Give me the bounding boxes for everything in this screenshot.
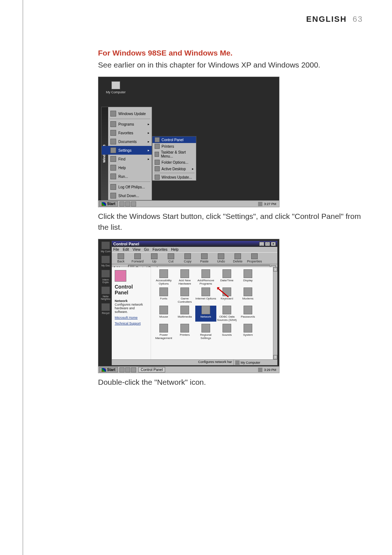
my-computer-label: My Computer <box>105 90 127 94</box>
submenu-printers[interactable]: Printers <box>152 143 196 150</box>
cp-accessibility[interactable]: Accessibility Options <box>153 269 174 285</box>
minimize-button[interactable]: _ <box>259 242 264 246</box>
menu-windows-update[interactable]: Windows Update <box>102 107 152 118</box>
start-button[interactable]: Start <box>99 367 118 372</box>
cp-date-time[interactable]: Date/Time <box>216 269 237 285</box>
quicklaunch-icon[interactable] <box>131 201 136 207</box>
tool-cut[interactable]: Cut <box>163 253 179 263</box>
logoff-icon <box>110 184 116 190</box>
system-tray: 3:27 PM <box>257 202 279 206</box>
quicklaunch-icon[interactable] <box>131 367 136 372</box>
update-icon <box>110 111 116 117</box>
cp-modems[interactable]: Modems <box>237 287 258 303</box>
menu-help[interactable]: Help <box>171 248 179 252</box>
scrollbar[interactable]: ▴ ▾ <box>273 267 277 359</box>
tool-undo[interactable]: Undo <box>213 253 229 263</box>
paste-icon <box>201 253 208 259</box>
cp-regional[interactable]: Regional Settings <box>195 324 216 340</box>
cp-multimedia[interactable]: Multimedia <box>174 306 195 322</box>
quicklaunch-icon[interactable] <box>125 201 130 207</box>
menu-view[interactable]: View <box>132 248 140 252</box>
cp-printers[interactable]: Printers <box>174 324 195 340</box>
tool-delete[interactable]: Delete <box>229 253 246 263</box>
menu-favorites[interactable]: Favorites▸ <box>102 128 152 137</box>
cp-display[interactable]: Display <box>237 269 258 285</box>
cp-passwords[interactable]: Passwords <box>237 306 258 322</box>
cp-game[interactable]: Game Controllers <box>174 287 195 303</box>
clock: 3:27 PM <box>264 202 276 206</box>
tool-back[interactable]: Back <box>113 253 129 263</box>
menu-documents[interactable]: Documents▸ <box>102 137 152 146</box>
addremove-icon <box>201 269 210 278</box>
cp-sounds[interactable]: Sounds <box>216 324 237 340</box>
tool-copy[interactable]: Copy <box>179 253 196 263</box>
tool-paste[interactable]: Paste <box>196 253 213 263</box>
desktop-icon[interactable] <box>101 270 110 278</box>
cp-internet[interactable]: Internet Options <box>195 287 216 303</box>
close-button[interactable]: × <box>271 242 276 246</box>
tool-forward[interactable]: Forward <box>129 253 146 263</box>
modems-icon <box>244 287 252 296</box>
maximize-button[interactable]: □ <box>265 242 270 246</box>
cp-network[interactable]: Network <box>195 306 216 322</box>
menu-help[interactable]: Help <box>102 163 152 172</box>
menu-separator <box>110 119 150 119</box>
game-icon <box>180 287 189 296</box>
mouse-icon <box>159 306 168 314</box>
chevron-right-icon: ▸ <box>148 131 150 135</box>
quick-launch <box>119 201 137 207</box>
menu-logoff[interactable]: Log Off Philips... <box>102 183 152 191</box>
titlebar[interactable]: Control Panel _ □ × <box>112 241 277 247</box>
chevron-right-icon: ▸ <box>148 157 150 161</box>
submenu-taskbar[interactable]: Taskbar & Start Menu... <box>152 150 196 159</box>
tool-properties[interactable]: Properties <box>246 253 263 263</box>
my-computer-icon[interactable]: My Computer <box>105 81 127 94</box>
menu-programs[interactable]: Programs▸ <box>102 120 152 128</box>
link-ms-home[interactable]: Microsoft Home <box>115 316 148 319</box>
tray-icon[interactable] <box>258 202 262 206</box>
side-description: Network Configures network hardware and … <box>115 299 148 314</box>
submenu-active-desktop[interactable]: Active Desktop▸ <box>152 166 196 172</box>
help-icon <box>110 165 116 171</box>
clock: 3:29 PM <box>264 368 276 372</box>
shutdown-icon <box>110 193 116 199</box>
icon-grid: Accessibility Options Add New Hardware A… <box>151 267 277 359</box>
toolbar: Back Forward Up Cut Copy Paste Undo Dele… <box>112 252 277 264</box>
submenu-windows-update[interactable]: Windows Update... <box>152 174 196 180</box>
menu-go[interactable]: Go <box>144 248 149 252</box>
menu-favorites[interactable]: Favorites <box>152 248 167 252</box>
menu-file[interactable]: File <box>113 248 119 252</box>
desktop-icon[interactable] <box>101 241 110 249</box>
scroll-up-icon[interactable]: ▴ <box>273 267 277 272</box>
tray-icon[interactable] <box>258 368 262 372</box>
start-button[interactable]: Start <box>99 201 118 207</box>
submenu-folder-options[interactable]: Folder Options... <box>152 159 196 166</box>
quicklaunch-icon[interactable] <box>119 201 124 207</box>
menu-edit[interactable]: Edit <box>123 248 129 252</box>
regional-icon <box>201 324 210 332</box>
cp-system[interactable]: System <box>237 324 258 340</box>
control-panel-icon <box>155 137 160 142</box>
menu-run[interactable]: Run... <box>102 172 152 181</box>
quicklaunch-icon[interactable] <box>119 367 124 372</box>
menu-shutdown[interactable]: Shut Down... <box>102 191 152 200</box>
scroll-down-icon[interactable]: ▾ <box>273 355 277 359</box>
link-tech-support[interactable]: Technical Support <box>115 322 148 325</box>
quicklaunch-icon[interactable] <box>125 367 130 372</box>
cp-add-remove[interactable]: Add/Remove Programs <box>195 269 216 285</box>
desktop-icon[interactable] <box>101 256 110 264</box>
cp-fonts[interactable]: Fonts <box>153 287 174 303</box>
submenu-control-panel[interactable]: Control Panel <box>152 136 196 143</box>
cp-mouse[interactable]: Mouse <box>153 306 174 322</box>
menu-separator <box>154 173 195 173</box>
folder-icon <box>155 160 160 165</box>
desktop-icon[interactable] <box>101 286 110 294</box>
cp-add-hardware[interactable]: Add New Hardware <box>174 269 195 285</box>
cp-power[interactable]: Power Management <box>153 324 174 340</box>
tool-up[interactable]: Up <box>146 253 163 263</box>
menu-settings[interactable]: Settings▸ <box>102 146 152 155</box>
cp-odbc[interactable]: ODBC Data Sources (32bit) <box>216 306 237 322</box>
desktop-icon[interactable] <box>101 303 110 311</box>
taskbar-window-button[interactable]: Control Panel <box>138 367 166 372</box>
menu-find[interactable]: Find▸ <box>102 155 152 163</box>
